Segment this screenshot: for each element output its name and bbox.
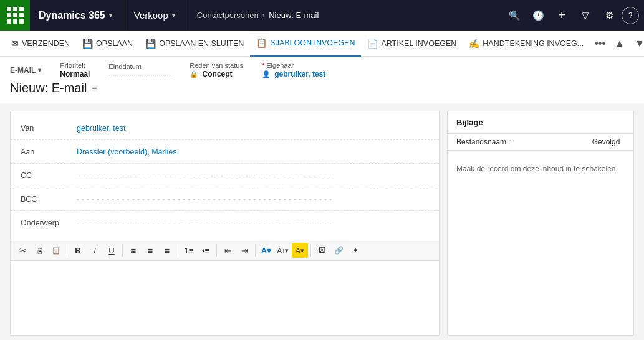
apps-grid-icon xyxy=(7,7,24,24)
required-star: * xyxy=(262,62,264,69)
opslaan-sluiten-button[interactable]: 💾 OPSLAAN EN SLUITEN xyxy=(139,31,250,57)
help-icon[interactable]: ? xyxy=(622,7,639,24)
sort-icon: ↑ xyxy=(509,138,512,146)
attachment-col-gevolgd: Gevolgd xyxy=(587,138,625,146)
paste-button[interactable]: 📋 xyxy=(48,243,64,258)
attachment-header: Bijlage xyxy=(448,111,633,134)
status-field: Reden van status 🔒 Concept xyxy=(190,62,243,78)
aan-label: Aan xyxy=(21,148,77,156)
font-size-button[interactable]: A↑▾ xyxy=(275,243,291,258)
opslaan-sluiten-icon: 💾 xyxy=(145,39,156,49)
attachment-notice: Maak de record om deze inhoud in te scha… xyxy=(448,151,633,187)
onderwerp-value[interactable]: - - - - - - - - - - - - - - - - - - - - … xyxy=(77,220,429,227)
einddatum-field: Einddatum ------------------------------ xyxy=(108,63,171,78)
rte-body[interactable] xyxy=(11,261,439,298)
cut-button[interactable]: ✂ xyxy=(14,243,31,258)
indent-more-button[interactable]: ⇥ xyxy=(236,243,252,258)
aan-value[interactable]: Dressler (voorbeeld), Marlies xyxy=(77,148,429,156)
main-content: Van gebruiker, test Aan Dressler (voorbe… xyxy=(0,103,644,340)
email-form: Van gebruiker, test Aan Dressler (voorbe… xyxy=(10,111,440,336)
verzenden-button[interactable]: ✉ VERZENDEN xyxy=(5,31,76,57)
copy-button[interactable]: ⎘ xyxy=(31,243,47,258)
attachment-table-header: Bestandsnaam ↑ Gevolgd xyxy=(448,134,633,151)
breadcrumb-base[interactable]: Contactpersonen xyxy=(197,11,259,20)
rte-toolbar: ✂ ⎘ 📋 B I U ≡ ≡ ≡ 1≡ •≡ ⇤ ⇥ A▾ A↑▾ xyxy=(11,240,439,261)
bcc-value[interactable]: - - - - - - - - - - - - - - - - - - - - … xyxy=(77,196,429,202)
form-title-row: Nieuw: E-mail ≡ xyxy=(10,81,634,95)
van-value[interactable]: gebruiker, test xyxy=(77,124,429,133)
entity-chevron-icon: ▾ xyxy=(38,67,41,73)
app-name-chevron-icon: ▾ xyxy=(109,12,112,19)
italic-button[interactable]: I xyxy=(87,243,103,258)
form-header: E-MAIL ▾ Prioriteit Normaal Einddatum --… xyxy=(0,57,644,103)
bold-button[interactable]: B xyxy=(70,243,86,258)
onderwerp-label: Onderwerp xyxy=(21,219,77,227)
lock-icon: 🔒 xyxy=(190,70,198,78)
nav-arrows: ▲ ▼ xyxy=(610,34,644,53)
breadcrumb-arrow-icon: › xyxy=(262,11,265,20)
highlight-button[interactable]: A▾ xyxy=(292,243,308,258)
underline-button[interactable]: U xyxy=(103,243,120,258)
entity-label[interactable]: E-MAIL ▾ xyxy=(10,66,41,75)
module-name[interactable]: Verkoop ▾ xyxy=(125,0,188,31)
email-aan-row: Aan Dressler (voorbeeld), Marlies xyxy=(11,140,439,164)
breadcrumb: Contactpersonen › Nieuw: E-mail xyxy=(188,0,503,31)
van-label: Van xyxy=(21,124,77,133)
add-icon[interactable]: + xyxy=(550,4,573,27)
ordered-list-button[interactable]: 1≡ xyxy=(181,243,197,258)
font-color-button[interactable]: A▾ xyxy=(258,243,274,258)
handtekening-icon: ✍ xyxy=(469,39,479,49)
settings-icon[interactable]: ⚙ xyxy=(598,4,620,27)
unordered-list-button[interactable]: •≡ xyxy=(198,243,214,258)
form-menu-icon[interactable]: ≡ xyxy=(92,83,97,93)
email-van-row: Van gebruiker, test xyxy=(11,116,439,140)
nav-down-button[interactable]: ▼ xyxy=(630,34,644,53)
email-fields: Van gebruiker, test Aan Dressler (voorbe… xyxy=(11,111,439,240)
cc-value[interactable]: - - - - - - - - - - - - - - - - - - - - … xyxy=(77,172,429,179)
apps-grid-button[interactable] xyxy=(0,0,30,31)
nav-up-button[interactable]: ▲ xyxy=(610,34,629,53)
rte-separator-1 xyxy=(67,244,67,257)
image-button[interactable]: 🖼 xyxy=(314,243,330,258)
history-icon[interactable]: 🕐 xyxy=(527,4,549,27)
person-icon: 👤 xyxy=(262,70,271,78)
rte-separator-4 xyxy=(216,244,217,257)
handtekening-button[interactable]: ✍ HANDTEKENING INVOEG... xyxy=(463,31,590,57)
opslaan-icon: 💾 xyxy=(82,39,93,49)
cc-label: CC xyxy=(21,171,77,180)
email-cc-row: CC - - - - - - - - - - - - - - - - - - -… xyxy=(11,164,439,187)
eigenaar-field: * Eigenaar 👤 gebruiker, test xyxy=(262,62,325,78)
sjabloon-icon: 📋 xyxy=(256,38,267,48)
email-onderwerp-row: Onderwerp - - - - - - - - - - - - - - - … xyxy=(11,211,439,235)
sjabloon-invoegen-button[interactable]: 📋 SJABLOON INVOEGEN xyxy=(250,31,361,57)
artikel-icon: 📄 xyxy=(367,39,378,49)
bcc-label: BCC xyxy=(21,195,77,204)
rte-container: ✂ ⎘ 📋 B I U ≡ ≡ ≡ 1≡ •≡ ⇤ ⇥ A▾ A↑▾ xyxy=(11,240,439,335)
opslaan-button[interactable]: 💾 OPSLAAN xyxy=(76,31,139,57)
rte-separator-3 xyxy=(178,244,178,257)
attachment-panel: Bijlage Bestandsnaam ↑ Gevolgd Maak de r… xyxy=(447,111,634,336)
breadcrumb-current: Nieuw: E-mail xyxy=(269,11,319,20)
align-center-button[interactable]: ≡ xyxy=(142,243,158,258)
module-chevron-icon: ▾ xyxy=(172,12,175,19)
command-bar: ✉ VERZENDEN 💾 OPSLAAN 💾 OPSLAAN EN SLUIT… xyxy=(0,31,644,57)
search-icon[interactable]: 🔍 xyxy=(503,4,526,27)
nav-icons: 🔍 🕐 + ▽ ⚙ ? xyxy=(503,4,644,27)
more-button[interactable]: ••• xyxy=(590,34,610,53)
rte-separator-6 xyxy=(310,244,311,257)
eigenaar-value[interactable]: gebruiker, test xyxy=(274,70,325,78)
form-title: Nieuw: E-mail xyxy=(10,81,87,95)
rte-separator-2 xyxy=(122,244,123,257)
verzenden-icon: ✉ xyxy=(11,39,19,49)
app-name[interactable]: Dynamics 365 ▾ xyxy=(30,0,125,31)
artikel-invoegen-button[interactable]: 📄 ARTIKEL INVOEGEN xyxy=(361,31,463,57)
align-right-button[interactable]: ≡ xyxy=(159,243,175,258)
filter-icon[interactable]: ▽ xyxy=(574,4,597,27)
link-button[interactable]: 🔗 xyxy=(330,243,347,258)
attachment-col-name[interactable]: Bestandsnaam ↑ xyxy=(456,138,587,146)
indent-less-button[interactable]: ⇤ xyxy=(219,243,236,258)
email-bcc-row: BCC - - - - - - - - - - - - - - - - - - … xyxy=(11,187,439,211)
special-button[interactable]: ✦ xyxy=(347,243,363,258)
align-left-button[interactable]: ≡ xyxy=(125,243,142,258)
priority-field: Prioriteit Normaal xyxy=(60,62,90,78)
